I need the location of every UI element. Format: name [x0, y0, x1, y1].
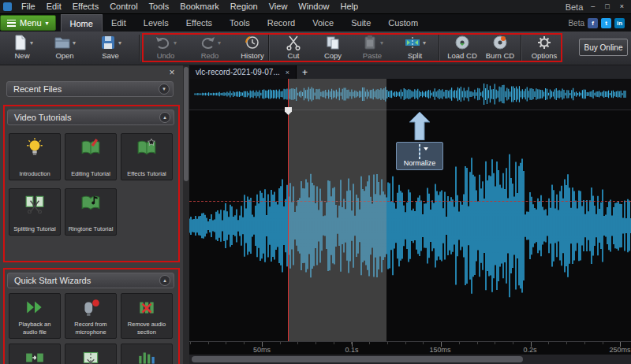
chevron-down-icon: ▾	[30, 39, 33, 46]
card-record-microphone[interactable]: Record from microphone	[65, 293, 117, 339]
expand-icon[interactable]: ▾	[159, 84, 170, 95]
waveform-view[interactable]: Normalize	[189, 79, 631, 341]
main-toolbar: ▾ New ▾ Open ▾ Save ▾ Undo ▾ Redo Histor…	[0, 32, 631, 65]
paste-clipboard-icon	[361, 35, 379, 50]
collapse-icon[interactable]: ▴	[159, 112, 170, 123]
normalize-tooltip: Normalize	[396, 112, 443, 170]
save-icon	[99, 35, 117, 50]
twitter-icon[interactable]: t	[601, 18, 611, 28]
menu-item-help[interactable]: Help	[334, 0, 364, 14]
menu-item-effects[interactable]: Effects	[67, 0, 104, 14]
playback-cursor[interactable]	[288, 79, 289, 341]
tab-home[interactable]: Home	[61, 14, 103, 32]
tab-voice[interactable]: Voice	[304, 14, 342, 32]
close-icon[interactable]: ×	[618, 0, 626, 13]
buy-online-button[interactable]: Buy Online	[579, 39, 628, 56]
tab-close-icon[interactable]: ×	[286, 69, 289, 76]
beta-label: Beta	[566, 2, 584, 12]
ribbon-tabbar: Menu ▾ Home Edit Levels Effects Tools Re…	[0, 14, 631, 32]
card-ringtone-tutorial[interactable]: Ringtone Tutorial	[65, 188, 117, 236]
history-button[interactable]: History	[233, 34, 271, 63]
redo-button[interactable]: ▾ Redo	[191, 34, 229, 63]
copy-button[interactable]: Copy	[314, 34, 352, 63]
load-cd-button[interactable]: Load CD	[443, 34, 481, 63]
card-label: Effects Tutorial	[125, 170, 167, 180]
editor-area: vlc-record-2021-09-07... × + Normalize	[189, 65, 631, 364]
tab-record[interactable]: Record	[259, 14, 304, 32]
sidebar-close-icon[interactable]: ×	[166, 68, 178, 79]
cut-button[interactable]: Cut	[274, 34, 312, 63]
timeline-ruler[interactable]: 50ms 0.1s 150ms 0.2s 250ms	[189, 341, 631, 355]
menu-item-region[interactable]: Region	[225, 0, 263, 14]
normalize-label: Normalize	[398, 159, 441, 167]
card-effects-tutorial[interactable]: Effects Tutorial	[121, 133, 173, 180]
recent-files-header[interactable]: Recent Files ▾	[6, 81, 174, 97]
tab-suite[interactable]: Suite	[342, 14, 379, 32]
card-introduction[interactable]: Introduction	[9, 133, 61, 180]
card-split-file[interactable]: Split file	[65, 344, 117, 364]
menu-item-bookmark[interactable]: Bookmark	[174, 0, 225, 14]
card-label: Remove audio section	[121, 321, 172, 338]
record-microphone-icon	[80, 298, 101, 317]
save-button[interactable]: ▾ Save	[91, 34, 129, 63]
open-label: Open	[55, 51, 73, 60]
selection-region[interactable]	[288, 79, 386, 341]
app-icon	[3, 2, 12, 11]
tab-effects[interactable]: Effects	[177, 14, 221, 32]
waveform-overview[interactable]	[189, 79, 631, 110]
sidebar-scrollbar[interactable]	[183, 65, 189, 364]
menu-item-control[interactable]: Control	[104, 0, 143, 14]
document-tab[interactable]: vlc-record-2021-09-07... ×	[189, 65, 297, 79]
card-mix-with[interactable]: Mix with	[121, 344, 173, 364]
menu-item-edit[interactable]: Edit	[41, 0, 67, 14]
burn-cd-button[interactable]: Burn CD	[481, 34, 519, 63]
chevron-down-icon: ▾	[423, 39, 426, 46]
card-editing-tutorial[interactable]: Editing Tutorial	[65, 133, 117, 180]
new-tab-button[interactable]: +	[297, 67, 313, 78]
split-button[interactable]: ▾ Split	[396, 34, 434, 63]
facebook-icon[interactable]: f	[588, 18, 598, 28]
split-file-icon	[80, 348, 101, 364]
tab-edit[interactable]: Edit	[103, 14, 135, 32]
paste-label: Paste	[363, 51, 382, 60]
card-playback-audio[interactable]: Playback an audio file	[9, 293, 61, 339]
undo-button[interactable]: ▾ Undo	[147, 34, 185, 63]
paste-button[interactable]: ▾ Paste	[353, 34, 391, 63]
tab-levels[interactable]: Levels	[135, 14, 177, 32]
card-splitting-tutorial[interactable]: Splitting Tutorial	[9, 188, 61, 236]
tab-tools[interactable]: Tools	[221, 14, 259, 32]
normalize-box[interactable]: Normalize	[396, 142, 443, 170]
redo-icon	[199, 35, 216, 50]
card-join-audio[interactable]: Join audio	[9, 344, 61, 364]
options-button[interactable]: Options	[525, 34, 563, 63]
card-remove-section[interactable]: Remove audio section	[121, 293, 173, 339]
video-tutorials-header[interactable]: Video Tutorials ▴	[7, 110, 174, 125]
collapse-icon[interactable]: ▴	[159, 275, 170, 286]
menu-item-window[interactable]: Window	[293, 0, 334, 14]
quick-start-header[interactable]: Quick Start Wizards ▴	[7, 273, 174, 288]
scrollbar-thumb[interactable]	[184, 67, 189, 181]
menu-button-label: Menu	[20, 18, 42, 28]
tab-custom[interactable]: Custom	[379, 14, 427, 32]
new-button[interactable]: ▾ New	[3, 34, 41, 63]
menu-item-tools[interactable]: Tools	[144, 0, 175, 14]
minimize-icon[interactable]: –	[588, 0, 597, 13]
menu-item-file[interactable]: File	[16, 0, 41, 14]
document-tab-title: vlc-record-2021-09-07...	[196, 68, 280, 76]
overview-waveform	[189, 79, 631, 110]
scrollbar-thumb[interactable]	[192, 356, 523, 362]
card-label: Introduction	[17, 170, 51, 180]
horizontal-scrollbar[interactable]	[189, 355, 631, 364]
history-clock-icon	[244, 35, 261, 50]
menu-button[interactable]: Menu ▾	[0, 15, 56, 31]
chevron-down-icon: ▾	[174, 39, 177, 46]
chevron-down-icon: ▾	[118, 39, 121, 46]
normalize-icon	[419, 144, 420, 159]
linkedin-icon[interactable]: in	[614, 18, 625, 28]
timeline-label: 0.1s	[345, 346, 358, 354]
maximize-icon[interactable]: □	[603, 0, 611, 13]
menu-item-view[interactable]: View	[263, 0, 293, 14]
quick-start-label: Quick Start Wizards	[14, 276, 91, 285]
chevron-down-icon: ▾	[380, 39, 383, 46]
open-button[interactable]: ▾ Open	[46, 34, 84, 63]
